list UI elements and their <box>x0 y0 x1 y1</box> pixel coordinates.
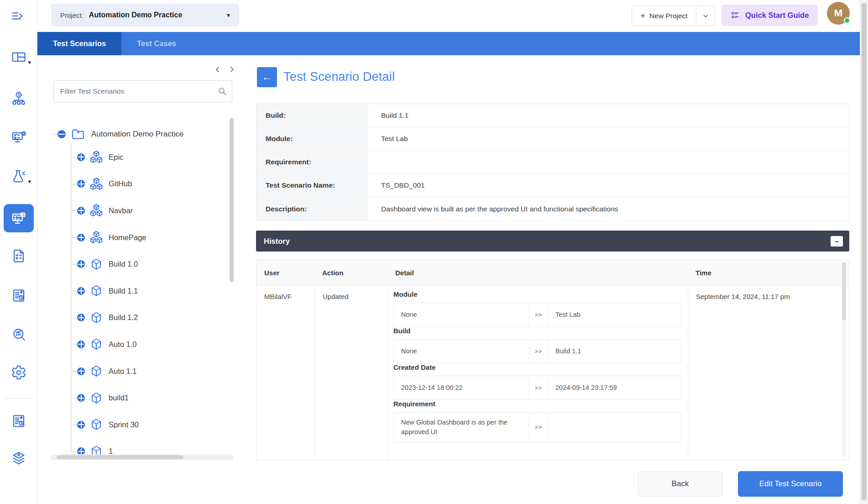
build-cube-icon <box>89 257 103 271</box>
new-project-split-button: + New Project <box>632 5 715 26</box>
expand-toggle-icon[interactable] <box>77 341 85 348</box>
change-arrow-icon: >> <box>529 376 548 399</box>
change-box: New Global Dashboard is as per the appro… <box>393 412 681 442</box>
history-title: History <box>264 237 290 246</box>
import-layers-icon[interactable] <box>0 448 37 468</box>
page-scrollbar-thumb[interactable] <box>862 3 867 500</box>
change-from-value: None <box>394 303 529 326</box>
edit-test-scenario-button[interactable]: Edit Test Scenario <box>738 471 843 497</box>
expand-toggle-icon[interactable] <box>77 368 85 375</box>
test-cases-doc-checklist-icon[interactable] <box>0 246 37 266</box>
history-collapse-button[interactable]: − <box>831 236 843 247</box>
expand-toggle-icon[interactable] <box>77 260 85 268</box>
tab-bar: Test Scenarios Test Cases <box>37 32 860 55</box>
change-arrow-icon: >> <box>529 413 548 442</box>
tree-item-module[interactable]: HomePage <box>52 224 146 251</box>
expand-toggle-icon[interactable] <box>77 314 85 321</box>
new-project-dropdown-icon[interactable] <box>696 6 715 26</box>
scenario-detail-table: Build: Build 1.1 Module: Test Lab Requir… <box>256 104 849 221</box>
tab[interactable]: Test Scenarios <box>37 32 121 55</box>
back-arrow-button[interactable]: ← <box>257 67 277 87</box>
expand-toggle-icon[interactable] <box>77 394 85 402</box>
expand-toggle-icon[interactable] <box>77 421 85 429</box>
report-summary-icon[interactable] <box>0 411 37 431</box>
collapse-toggle-icon[interactable] <box>58 130 66 138</box>
tree-item-build[interactable]: Build 1.2 <box>52 304 146 331</box>
test-scenarios-active-icon[interactable] <box>4 204 34 232</box>
caret-down-icon: ▾ <box>227 11 230 19</box>
tree-item-label: HomePage <box>109 233 146 242</box>
change-block: Created Date 2023-12-14 18:00:22 >> 2024… <box>393 363 680 400</box>
history-user-cell: MBilalVF <box>256 286 314 300</box>
back-button[interactable]: Back <box>638 471 722 497</box>
sidebar-expand-menu-icon[interactable] <box>7 6 28 26</box>
project-plan-sitemap-icon[interactable] <box>0 89 37 109</box>
build-cube-icon <box>89 284 103 298</box>
avatar-initial: M <box>834 7 842 19</box>
history-table-row: MBilalVF Updated Module None >> Test Lab… <box>256 286 849 460</box>
change-box: None >> Build 1.1 <box>393 339 681 363</box>
settings-gear-icon[interactable] <box>0 362 37 383</box>
quick-start-label: Quick Start Guide <box>745 11 809 20</box>
build-cube-icon <box>89 337 103 351</box>
tree-horizontal-scrollbar-thumb[interactable] <box>57 455 183 459</box>
detail-row-label: Description: <box>256 197 367 220</box>
tree-item-build[interactable]: Auto 1.1 <box>52 358 146 385</box>
tree-item-build[interactable]: Build 1.0 <box>52 251 146 278</box>
tree-item-module[interactable]: Navbar <box>52 197 146 224</box>
tree-item-module[interactable]: GitHub <box>52 171 146 198</box>
build-cube-icon <box>89 311 103 325</box>
detail-row: Description: Dashboard view is built as … <box>256 197 849 220</box>
expand-toggle-icon[interactable] <box>77 180 85 188</box>
new-project-button[interactable]: + New Project <box>632 6 696 26</box>
detail-row: Module: Test Lab <box>256 127 849 151</box>
tree-next-icon[interactable] <box>226 63 237 75</box>
top-bar: Project: Automation Demo Practice ▾ + Ne… <box>37 0 860 32</box>
change-to-value <box>548 413 681 442</box>
dashboard-layout-icon[interactable]: ▾ <box>0 47 37 67</box>
plus-icon: + <box>640 11 645 20</box>
build-cube-icon <box>89 391 103 405</box>
module-cubes-icon <box>89 150 103 164</box>
change-to-value: 2024-09-14 23:17:59 <box>548 376 681 399</box>
tree-item-build[interactable]: Auto 1.0 <box>52 331 146 358</box>
project-label: Project: <box>60 11 84 19</box>
change-arrow-icon: >> <box>529 303 548 326</box>
tree-item-label: Epic <box>109 153 123 162</box>
change-field-label: Created Date <box>393 363 680 373</box>
filter-test-scenarios-input[interactable] <box>53 80 232 102</box>
tree-item-build[interactable]: Sprint 30 <box>52 411 146 438</box>
test-management-monitor-gear-icon[interactable] <box>0 127 37 147</box>
expand-toggle-icon[interactable] <box>77 234 85 242</box>
change-from-value: 2023-12-14 18:00:22 <box>394 376 529 399</box>
tab[interactable]: Test Cases <box>121 32 192 55</box>
quick-start-guide-button[interactable]: Quick Start Guide <box>722 5 818 26</box>
change-block: Module None >> Test Lab <box>393 290 680 327</box>
analytics-search-icon[interactable] <box>0 325 37 345</box>
tree-root-label: Automation Demo Practice <box>91 130 183 139</box>
minus-icon: − <box>835 238 839 245</box>
tab-label: Test Scenarios <box>53 39 106 48</box>
change-block: Requirement New Global Dashboard is as p… <box>393 400 680 442</box>
new-project-label: New Project <box>649 12 688 20</box>
page-title: Test Scenario Detail <box>283 70 395 84</box>
history-scrollbar <box>842 262 846 458</box>
tree-item-build[interactable]: build1 <box>52 384 146 411</box>
expand-toggle-icon[interactable] <box>77 287 85 295</box>
change-box: 2023-12-14 18:00:22 >> 2024-09-14 23:17:… <box>393 376 681 400</box>
report-clock-icon[interactable] <box>0 285 37 305</box>
tree-item-module[interactable]: Epic <box>52 144 146 171</box>
tree-root-project[interactable]: Automation Demo Practice <box>52 123 183 145</box>
project-selector[interactable]: Project: Automation Demo Practice ▾ <box>51 4 239 26</box>
tree-prev-icon[interactable] <box>212 63 223 75</box>
tree-item-build[interactable]: Build 1.1 <box>52 278 146 304</box>
tree-vertical-scrollbar[interactable] <box>230 118 234 282</box>
module-cubes-icon <box>89 231 103 244</box>
history-scrollbar-thumb[interactable] <box>842 262 846 320</box>
avatar[interactable]: M <box>827 2 850 25</box>
expand-toggle-icon[interactable] <box>77 153 85 161</box>
detail-row-value <box>367 151 849 173</box>
detail-row-value: Build 1.1 <box>367 104 849 127</box>
test-lab-flask-icon[interactable]: ▾ <box>0 166 37 186</box>
expand-toggle-icon[interactable] <box>77 207 85 215</box>
